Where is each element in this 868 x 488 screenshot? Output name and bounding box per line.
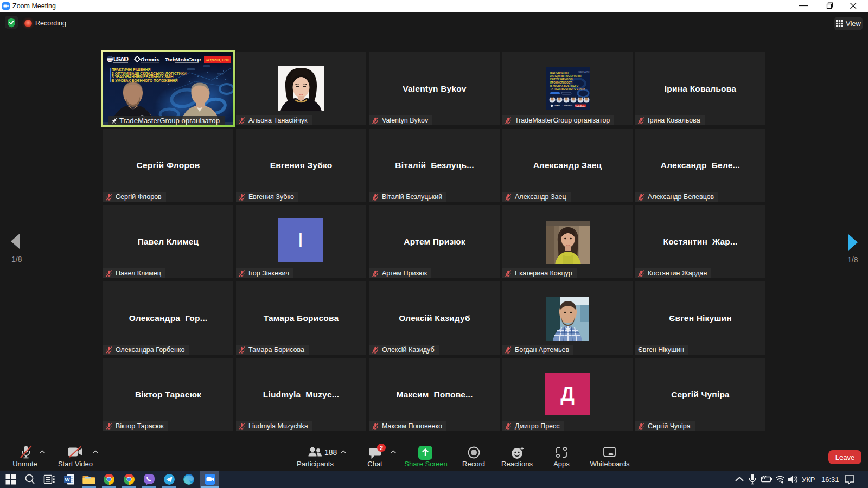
- svg-text:W: W: [65, 477, 70, 483]
- svg-text:24 травня, 16:00: 24 травня, 16:00: [206, 57, 229, 62]
- svg-text:В УМОВАХ ВОЄННОГО: В УМОВАХ ВОЄННОГО: [550, 85, 578, 87]
- svg-text:В УМОВАХ ВОЄННОГО ПОЛОЖЕННЯ: В УМОВАХ ВОЄННОГО ПОЛОЖЕННЯ: [112, 79, 178, 82]
- svg-text:ГАЛУЗІ ХАРЧОВОЇ: ГАЛУЗІ ХАРЧОВОЇ: [550, 78, 573, 81]
- svg-text:ТА ПІСЛЯВОЄННОГО СТАНУ: ТА ПІСЛЯВОЄННОГО СТАНУ: [550, 88, 585, 91]
- svg-text:#СВОЇ_АГРО: #СВОЇ_АГРО: [578, 71, 590, 73]
- svg-text:ВІДНОВЛЕННЯ: ВІДНОВЛЕННЯ: [550, 72, 569, 74]
- svg-text:ЛАНЦЮГІВ ПОСТАЧАННЯ: ЛАНЦЮГІВ ПОСТАЧАННЯ: [550, 75, 582, 78]
- svg-text:TradeMasterGroup: TradeMasterGroup: [165, 56, 201, 62]
- svg-text:TradeMaster: TradeMaster: [576, 105, 586, 107]
- svg-text:Chemonics: Chemonics: [563, 105, 572, 107]
- svg-text:USAID: USAID: [554, 105, 560, 107]
- svg-text:USAID: USAID: [113, 56, 129, 62]
- svg-text:Chemonics: Chemonics: [141, 57, 159, 62]
- svg-text:ПРОМИСЛОВОСТІ: ПРОМИСЛОВОСТІ: [550, 81, 572, 84]
